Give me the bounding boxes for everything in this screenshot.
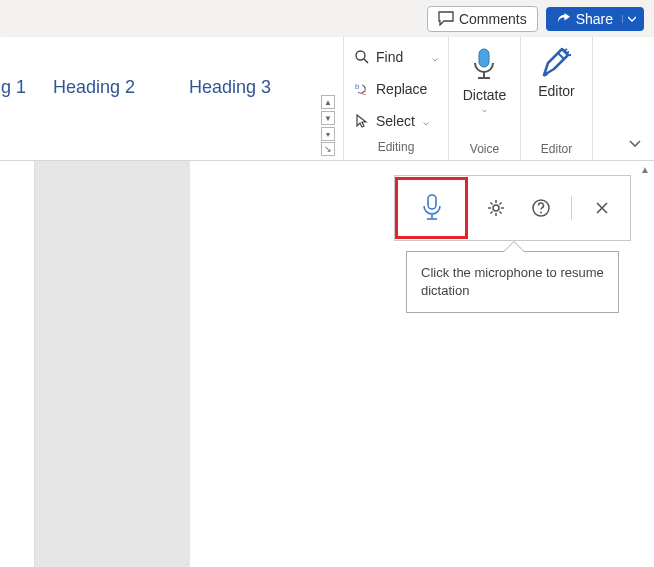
style-heading-2[interactable]: Heading 2: [26, 49, 162, 125]
svg-rect-7: [428, 195, 436, 209]
voice-group: Dictate ⌵ Voice: [449, 37, 521, 160]
chevron-down-icon: [628, 136, 642, 150]
dictate-dropdown[interactable]: ⌵: [482, 105, 487, 114]
svg-point-10: [493, 205, 499, 211]
help-icon: [531, 198, 551, 218]
tooltip-text: Click the microphone to resume dictation: [406, 251, 619, 313]
share-label: Share: [576, 11, 613, 27]
dictation-help-button[interactable]: [526, 193, 556, 223]
dictation-toolbar-actions: [468, 176, 630, 240]
svg-rect-4: [479, 49, 489, 67]
scroll-up-arrow[interactable]: ▲: [640, 164, 650, 175]
style-heading-3[interactable]: Heading 3: [162, 49, 298, 125]
styles-spin-up[interactable]: ▲: [321, 95, 335, 109]
styles-group: g 1 Heading 2 Heading 3 ▲ ▼ ▾ ↘: [0, 37, 344, 160]
share-dropdown[interactable]: [622, 15, 636, 23]
styles-more[interactable]: ▾: [321, 127, 335, 141]
svg-point-12: [540, 212, 542, 214]
divider: [571, 196, 572, 220]
comment-icon: [438, 11, 454, 26]
replace-button[interactable]: bc Replace: [350, 75, 442, 103]
styles-dialog-launcher[interactable]: ↘: [321, 142, 335, 156]
ribbon: g 1 Heading 2 Heading 3 ▲ ▼ ▾ ↘ Find ⌵ b…: [0, 37, 654, 161]
voice-group-label: Voice: [470, 140, 499, 160]
gear-icon: [486, 198, 506, 218]
replace-icon: bc: [354, 81, 370, 97]
comments-button[interactable]: Comments: [427, 6, 538, 32]
search-icon: [354, 49, 370, 65]
chevron-down-icon: [628, 15, 636, 23]
close-icon: [595, 201, 609, 215]
styles-spin-down[interactable]: ▼: [321, 111, 335, 125]
comments-label: Comments: [459, 11, 527, 27]
share-icon: [556, 11, 571, 26]
share-button[interactable]: Share: [546, 7, 644, 31]
editing-group: Find ⌵ bc Replace Select ⌵ Editing: [344, 37, 449, 160]
svg-line-1: [364, 59, 368, 63]
styles-gallery[interactable]: g 1 Heading 2 Heading 3: [0, 37, 343, 137]
styles-spinner: ▲ ▼ ▾: [321, 95, 335, 141]
editor-pen-icon: [540, 47, 572, 79]
dictation-close-button[interactable]: [587, 193, 617, 223]
page-left-strip: [0, 161, 35, 567]
ribbon-collapse[interactable]: [628, 136, 642, 150]
dictation-tooltip: Click the microphone to resume dictation: [406, 251, 619, 313]
editor-group-label: Editor: [541, 140, 572, 160]
find-dropdown[interactable]: ⌵: [432, 52, 442, 63]
microphone-outline-icon: [421, 193, 443, 223]
title-bar: Comments Share: [0, 0, 654, 37]
find-button[interactable]: Find ⌵: [350, 43, 442, 71]
style-heading-1[interactable]: g 1: [0, 49, 26, 125]
select-dropdown[interactable]: ⌵: [423, 116, 433, 127]
editor-button[interactable]: Editor: [532, 45, 581, 101]
dictation-settings-button[interactable]: [481, 193, 511, 223]
editing-group-label: Editing: [350, 138, 442, 158]
dictation-toolbar: [394, 175, 631, 241]
tooltip-pointer: [504, 242, 524, 252]
select-button[interactable]: Select ⌵: [350, 107, 442, 135]
svg-text:b: b: [355, 82, 360, 91]
svg-point-0: [356, 51, 365, 60]
cursor-icon: [354, 113, 370, 129]
microphone-icon: [469, 47, 499, 83]
dictation-mic-button[interactable]: [395, 177, 468, 239]
editor-group: Editor Editor: [521, 37, 593, 160]
dictate-button[interactable]: Dictate ⌵: [457, 45, 513, 116]
